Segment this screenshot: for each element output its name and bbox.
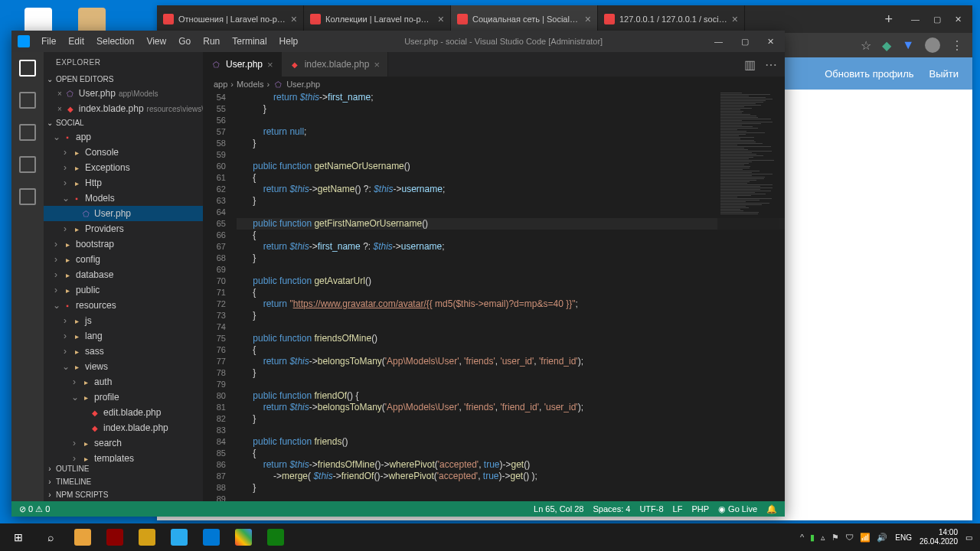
split-icon[interactable]: ▥ xyxy=(744,57,756,72)
file-tree-item[interactable]: › ▸ sass xyxy=(44,344,203,359)
link-logout[interactable]: Выйти xyxy=(929,68,959,80)
debug-icon[interactable] xyxy=(19,156,36,173)
file-tree-item[interactable]: ◆ index.blade.php xyxy=(44,420,203,435)
close-tab-icon[interactable]: × xyxy=(267,59,273,70)
file-tree-item[interactable]: ⌄ ▪ resources xyxy=(44,298,203,313)
file-tree-item[interactable]: › ▸ database xyxy=(44,267,203,282)
editor-tab[interactable]: ⬠User.php× xyxy=(203,52,282,77)
star-icon[interactable]: ☆ xyxy=(861,38,871,53)
menu-help[interactable]: Help xyxy=(274,33,304,50)
minimize-icon[interactable]: — xyxy=(714,37,723,47)
system-tray[interactable]: ^▮▵⚑🛡📶🔊 xyxy=(800,533,887,543)
file-tree-item[interactable]: › ▸ config xyxy=(44,252,203,267)
menu-go[interactable]: Go xyxy=(173,33,196,50)
file-tree-item[interactable]: ⌄ ▸ profile xyxy=(44,390,203,405)
ext-icon[interactable]: ◆ xyxy=(882,38,891,53)
file-tree-item[interactable]: ◆ edit.blade.php xyxy=(44,405,203,420)
taskbar-app[interactable] xyxy=(164,523,194,551)
menu-selection[interactable]: Selection xyxy=(91,33,139,50)
section-outline[interactable]: ›OUTLINE xyxy=(44,462,203,475)
taskbar-app[interactable] xyxy=(228,523,259,551)
search-button[interactable]: ⌕ xyxy=(35,523,66,551)
close-icon[interactable]: ✕ xyxy=(767,37,774,47)
taskbar-app[interactable] xyxy=(132,523,162,551)
menu-file[interactable]: File xyxy=(36,33,61,50)
menu-run[interactable]: Run xyxy=(198,33,225,50)
status-item[interactable]: ⊘ 0 ⚠ 0 xyxy=(19,504,50,514)
close-tab-icon[interactable]: × xyxy=(374,59,380,70)
file-tree-item[interactable]: › ▸ bootstrap xyxy=(44,236,203,252)
code-area[interactable]: 5455565758596061626364656667686970717273… xyxy=(203,92,785,501)
status-item[interactable]: PHP xyxy=(691,504,709,514)
ext-icon[interactable]: ▼ xyxy=(902,38,914,52)
browser-tab[interactable]: Отношения | Laravel по-русски× xyxy=(157,5,304,33)
breadcrumb[interactable]: app › Models › ⬠ User.php xyxy=(203,77,785,92)
status-item[interactable]: Spaces: 4 xyxy=(593,504,630,514)
taskbar-app[interactable] xyxy=(196,523,227,551)
file-tree-item[interactable]: ⌄ ▪ app xyxy=(44,129,203,145)
file-tree-item[interactable]: › ▸ Providers xyxy=(44,221,203,236)
status-item[interactable]: LF xyxy=(673,504,683,514)
taskbar-app[interactable] xyxy=(100,523,130,551)
status-item[interactable]: ◉ Go Live xyxy=(718,504,757,514)
maximize-icon[interactable]: ▢ xyxy=(933,15,941,24)
editor-tab[interactable]: ◆index.blade.php× xyxy=(282,52,388,77)
avatar[interactable] xyxy=(925,37,940,53)
window-title: User.php - social - Visual Studio Code [… xyxy=(303,37,704,46)
taskbar-app[interactable] xyxy=(260,523,291,551)
file-tree-item[interactable]: › ▸ Http xyxy=(44,175,203,191)
link-update-profile[interactable]: Обновить профиль xyxy=(825,68,913,80)
vscode-window: FileEditSelectionViewGoRunTerminalHelp U… xyxy=(11,31,785,517)
scm-icon[interactable] xyxy=(19,124,36,141)
favicon xyxy=(604,14,615,24)
file-tree-item[interactable]: ⌄ ▪ Models xyxy=(44,191,203,206)
section-social[interactable]: ⌄SOCIAL xyxy=(44,116,203,129)
start-button[interactable]: ⊞ xyxy=(3,523,34,551)
status-item[interactable]: 🔔 xyxy=(766,504,777,514)
file-tree-item[interactable]: › ▸ public xyxy=(44,282,203,298)
editor-tabs: ⬠User.php×◆index.blade.php×▥⋯ xyxy=(203,52,785,77)
section-npm[interactable]: ›NPM SCRIPTS xyxy=(44,488,203,501)
menu-icon[interactable]: ⋮ xyxy=(951,38,963,53)
minimize-icon[interactable]: — xyxy=(911,15,920,24)
file-tree-item[interactable]: › ▸ templates xyxy=(44,451,203,462)
maximize-icon[interactable]: ▢ xyxy=(741,37,749,47)
menu-view[interactable]: View xyxy=(141,33,172,50)
close-tab-icon[interactable]: × xyxy=(291,13,297,25)
language-indicator[interactable]: ENG xyxy=(895,533,912,542)
file-tree-item[interactable]: ⌄ ▸ views xyxy=(44,359,203,374)
file-tree-item[interactable]: › ▸ js xyxy=(44,313,203,328)
file-tree-item[interactable]: › ▸ search xyxy=(44,435,203,451)
browser-tab[interactable]: Социальная сеть | SocialNetwork× xyxy=(451,5,598,33)
status-item[interactable]: Ln 65, Col 28 xyxy=(534,504,583,514)
new-tab-button[interactable]: + xyxy=(877,11,900,28)
close-icon[interactable]: ✕ xyxy=(955,15,962,24)
editor: ⬠User.php×◆index.blade.php×▥⋯ app › Mode… xyxy=(203,52,785,501)
menu-terminal[interactable]: Terminal xyxy=(227,33,272,50)
menu-edit[interactable]: Edit xyxy=(63,33,90,50)
section-timeline[interactable]: ›TIMELINE xyxy=(44,475,203,488)
more-icon[interactable]: ⋯ xyxy=(765,57,777,72)
close-tab-icon[interactable]: × xyxy=(438,13,444,25)
file-tree-item[interactable]: › ▸ lang xyxy=(44,328,203,344)
extensions-icon[interactable] xyxy=(19,188,36,205)
taskbar-app[interactable] xyxy=(67,523,98,551)
file-tree-item[interactable]: › ▸ Exceptions xyxy=(44,160,203,175)
browser-tab[interactable]: Коллекции | Laravel по-русски× xyxy=(304,5,451,33)
file-tree-item[interactable]: › ▸ auth xyxy=(44,374,203,390)
section-open-editors[interactable]: ⌄OPEN EDITORS xyxy=(44,73,203,86)
close-tab-icon[interactable]: × xyxy=(585,13,591,25)
explorer-icon[interactable] xyxy=(19,60,36,77)
search-icon[interactable] xyxy=(19,92,36,109)
status-item[interactable]: UTF-8 xyxy=(639,504,663,514)
file-tree-item-selected[interactable]: ⬠ User.php xyxy=(44,206,203,221)
clock[interactable]: 14:0026.04.2020 xyxy=(920,528,958,546)
minimap[interactable] xyxy=(717,92,785,501)
browser-tab[interactable]: 127.0.0.1 / 127.0.0.1 / social / fri…× xyxy=(598,5,745,33)
close-tab-icon[interactable]: × xyxy=(732,13,738,25)
open-editor-item[interactable]: × ◆ index.blade.php resources\views\… xyxy=(44,101,203,116)
notifications-icon[interactable]: ▭ xyxy=(965,533,972,542)
open-editor-item[interactable]: × ⬠ User.php app\Models xyxy=(44,86,203,101)
vscode-logo-icon xyxy=(18,35,30,47)
file-tree-item[interactable]: › ▸ Console xyxy=(44,145,203,160)
